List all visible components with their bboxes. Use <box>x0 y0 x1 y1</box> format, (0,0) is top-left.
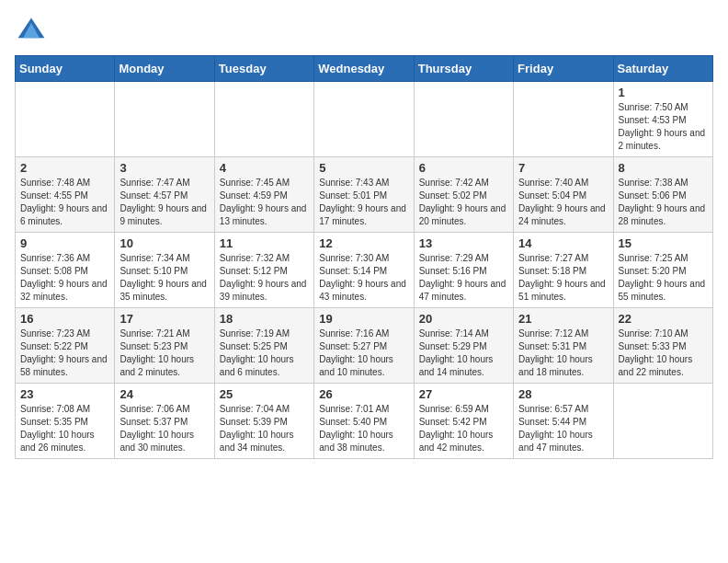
day-info: Sunrise: 7:42 AM Sunset: 5:02 PM Dayligh… <box>419 177 508 228</box>
calendar-cell <box>613 384 712 459</box>
day-number: 25 <box>220 387 309 401</box>
day-number: 22 <box>619 312 708 326</box>
day-info: Sunrise: 7:10 AM Sunset: 5:33 PM Dayligh… <box>619 327 708 379</box>
calendar-cell: 9Sunrise: 7:36 AM Sunset: 5:08 PM Daylig… <box>16 233 115 308</box>
day-number: 28 <box>518 387 608 401</box>
calendar-cell: 27Sunrise: 6:59 AM Sunset: 5:42 PM Dayli… <box>414 384 513 459</box>
calendar-cell: 23Sunrise: 7:08 AM Sunset: 5:35 PM Dayli… <box>16 384 115 459</box>
calendar-cell: 5Sunrise: 7:43 AM Sunset: 5:01 PM Daylig… <box>314 157 414 233</box>
day-number: 9 <box>20 236 109 250</box>
calendar-cell <box>414 82 513 157</box>
day-number: 4 <box>220 161 309 175</box>
day-info: Sunrise: 7:43 AM Sunset: 5:01 PM Dayligh… <box>319 177 408 228</box>
day-number: 7 <box>518 161 608 175</box>
day-info: Sunrise: 7:16 AM Sunset: 5:27 PM Dayligh… <box>319 327 408 379</box>
day-number: 16 <box>20 312 109 326</box>
day-info: Sunrise: 6:57 AM Sunset: 5:44 PM Dayligh… <box>518 403 608 454</box>
day-number: 2 <box>20 161 109 175</box>
day-info: Sunrise: 7:06 AM Sunset: 5:37 PM Dayligh… <box>119 403 209 454</box>
day-info: Sunrise: 7:45 AM Sunset: 4:59 PM Dayligh… <box>220 177 309 228</box>
day-number: 1 <box>619 86 708 99</box>
day-number: 26 <box>319 387 408 401</box>
day-info: Sunrise: 7:40 AM Sunset: 5:04 PM Dayligh… <box>518 177 608 228</box>
day-of-week-header: Tuesday <box>214 56 313 82</box>
calendar-cell: 1Sunrise: 7:50 AM Sunset: 4:53 PM Daylig… <box>613 82 712 157</box>
day-of-week-header: Monday <box>115 56 214 82</box>
day-info: Sunrise: 7:01 AM Sunset: 5:40 PM Dayligh… <box>319 403 408 454</box>
day-info: Sunrise: 7:04 AM Sunset: 5:39 PM Dayligh… <box>220 403 309 454</box>
logo-icon <box>15 15 48 48</box>
calendar-cell <box>214 82 313 157</box>
day-of-week-header: Wednesday <box>314 56 414 82</box>
day-info: Sunrise: 7:32 AM Sunset: 5:12 PM Dayligh… <box>220 252 309 304</box>
calendar-cell: 8Sunrise: 7:38 AM Sunset: 5:06 PM Daylig… <box>613 157 712 233</box>
day-of-week-header: Saturday <box>613 56 712 82</box>
calendar-cell: 16Sunrise: 7:23 AM Sunset: 5:22 PM Dayli… <box>16 308 115 384</box>
calendar-cell: 21Sunrise: 7:12 AM Sunset: 5:31 PM Dayli… <box>514 308 613 384</box>
day-info: Sunrise: 7:27 AM Sunset: 5:18 PM Dayligh… <box>518 252 608 304</box>
calendar-week-row: 23Sunrise: 7:08 AM Sunset: 5:35 PM Dayli… <box>16 384 713 459</box>
calendar-cell: 11Sunrise: 7:32 AM Sunset: 5:12 PM Dayli… <box>214 233 313 308</box>
day-number: 10 <box>119 236 209 250</box>
calendar-cell: 14Sunrise: 7:27 AM Sunset: 5:18 PM Dayli… <box>514 233 613 308</box>
calendar-table: SundayMondayTuesdayWednesdayThursdayFrid… <box>15 55 713 459</box>
day-number: 12 <box>319 236 408 250</box>
calendar-cell: 24Sunrise: 7:06 AM Sunset: 5:37 PM Dayli… <box>115 384 214 459</box>
day-of-week-header: Friday <box>514 56 613 82</box>
day-number: 23 <box>20 387 109 401</box>
calendar-week-row: 1Sunrise: 7:50 AM Sunset: 4:53 PM Daylig… <box>16 82 713 157</box>
day-of-week-header: Sunday <box>16 56 115 82</box>
calendar-cell <box>314 82 414 157</box>
calendar-cell: 20Sunrise: 7:14 AM Sunset: 5:29 PM Dayli… <box>414 308 513 384</box>
day-number: 17 <box>119 312 209 326</box>
day-info: Sunrise: 7:25 AM Sunset: 5:20 PM Dayligh… <box>619 252 708 304</box>
day-number: 15 <box>619 236 708 250</box>
calendar-cell: 28Sunrise: 6:57 AM Sunset: 5:44 PM Dayli… <box>514 384 613 459</box>
calendar-cell: 17Sunrise: 7:21 AM Sunset: 5:23 PM Dayli… <box>115 308 214 384</box>
day-number: 19 <box>319 312 408 326</box>
day-number: 13 <box>419 236 508 250</box>
calendar-cell: 10Sunrise: 7:34 AM Sunset: 5:10 PM Dayli… <box>115 233 214 308</box>
calendar-cell: 22Sunrise: 7:10 AM Sunset: 5:33 PM Dayli… <box>613 308 712 384</box>
calendar-cell <box>514 82 613 157</box>
calendar-cell: 2Sunrise: 7:48 AM Sunset: 4:55 PM Daylig… <box>16 157 115 233</box>
day-info: Sunrise: 7:36 AM Sunset: 5:08 PM Dayligh… <box>20 252 109 304</box>
calendar-cell: 25Sunrise: 7:04 AM Sunset: 5:39 PM Dayli… <box>214 384 313 459</box>
calendar-week-row: 9Sunrise: 7:36 AM Sunset: 5:08 PM Daylig… <box>16 233 713 308</box>
day-info: Sunrise: 7:21 AM Sunset: 5:23 PM Dayligh… <box>119 327 209 379</box>
day-number: 20 <box>419 312 508 326</box>
calendar-cell: 3Sunrise: 7:47 AM Sunset: 4:57 PM Daylig… <box>115 157 214 233</box>
calendar-week-row: 16Sunrise: 7:23 AM Sunset: 5:22 PM Dayli… <box>16 308 713 384</box>
calendar-cell: 4Sunrise: 7:45 AM Sunset: 4:59 PM Daylig… <box>214 157 313 233</box>
day-number: 24 <box>119 387 209 401</box>
calendar-cell: 18Sunrise: 7:19 AM Sunset: 5:25 PM Dayli… <box>214 308 313 384</box>
calendar-cell: 7Sunrise: 7:40 AM Sunset: 5:04 PM Daylig… <box>514 157 613 233</box>
day-info: Sunrise: 7:08 AM Sunset: 5:35 PM Dayligh… <box>20 403 109 454</box>
day-number: 14 <box>518 236 608 250</box>
page-header <box>15 15 713 48</box>
logo <box>15 15 51 48</box>
day-info: Sunrise: 6:59 AM Sunset: 5:42 PM Dayligh… <box>419 403 508 454</box>
day-info: Sunrise: 7:38 AM Sunset: 5:06 PM Dayligh… <box>619 177 708 228</box>
calendar-cell: 26Sunrise: 7:01 AM Sunset: 5:40 PM Dayli… <box>314 384 414 459</box>
day-info: Sunrise: 7:14 AM Sunset: 5:29 PM Dayligh… <box>419 327 508 379</box>
day-info: Sunrise: 7:23 AM Sunset: 5:22 PM Dayligh… <box>20 327 109 379</box>
calendar-cell: 19Sunrise: 7:16 AM Sunset: 5:27 PM Dayli… <box>314 308 414 384</box>
day-number: 5 <box>319 161 408 175</box>
day-number: 27 <box>419 387 508 401</box>
day-number: 3 <box>119 161 209 175</box>
day-number: 18 <box>220 312 309 326</box>
day-info: Sunrise: 7:47 AM Sunset: 4:57 PM Dayligh… <box>119 177 209 228</box>
day-number: 8 <box>619 161 708 175</box>
calendar-cell: 12Sunrise: 7:30 AM Sunset: 5:14 PM Dayli… <box>314 233 414 308</box>
day-info: Sunrise: 7:30 AM Sunset: 5:14 PM Dayligh… <box>319 252 408 304</box>
calendar-cell: 13Sunrise: 7:29 AM Sunset: 5:16 PM Dayli… <box>414 233 513 308</box>
day-info: Sunrise: 7:48 AM Sunset: 4:55 PM Dayligh… <box>20 177 109 228</box>
day-info: Sunrise: 7:19 AM Sunset: 5:25 PM Dayligh… <box>220 327 309 379</box>
calendar-week-row: 2Sunrise: 7:48 AM Sunset: 4:55 PM Daylig… <box>16 157 713 233</box>
day-info: Sunrise: 7:29 AM Sunset: 5:16 PM Dayligh… <box>419 252 508 304</box>
day-number: 6 <box>419 161 508 175</box>
day-info: Sunrise: 7:34 AM Sunset: 5:10 PM Dayligh… <box>119 252 209 304</box>
day-number: 11 <box>220 236 309 250</box>
calendar-header-row: SundayMondayTuesdayWednesdayThursdayFrid… <box>16 56 713 82</box>
